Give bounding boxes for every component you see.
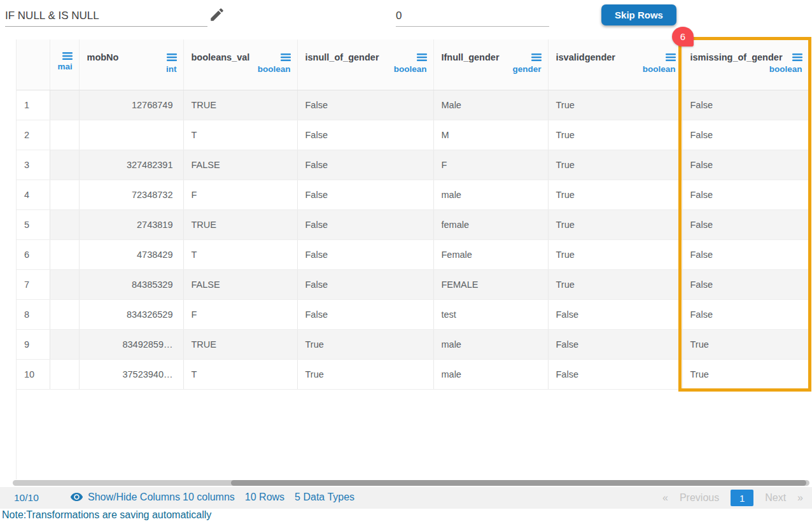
- table-cell: False: [682, 209, 809, 239]
- table-row: 472348732FFalsemaleTrueFalse: [17, 180, 809, 209]
- count-badge: 6: [672, 27, 694, 46]
- table-cell: False: [297, 299, 433, 329]
- table-cell: FALSE: [183, 150, 297, 180]
- show-hide-columns-label: Show/Hide Columns: [88, 492, 180, 503]
- skip-rows-button[interactable]: Skip Rows: [601, 4, 676, 25]
- table-cell: True: [548, 269, 682, 299]
- column-menu-icon[interactable]: [792, 53, 802, 61]
- table-cell: TRUE: [183, 329, 297, 359]
- column-type-label: boolean: [690, 64, 802, 74]
- row-number-cell: 6: [17, 239, 50, 269]
- column-header-Ifnull_gender[interactable]: Ifnull_gendergender: [433, 39, 548, 90]
- column-menu-icon[interactable]: [281, 53, 291, 61]
- column-name: Ifnull_gender: [442, 52, 500, 62]
- table-stats: 10 columns 10 Rows 5 Data Types: [183, 492, 354, 503]
- column-header-ismissing_of_gender[interactable]: ismissing_of_genderboolean: [682, 39, 809, 90]
- table-cell: FEMALE: [433, 269, 548, 299]
- horizontal-scrollbar-track[interactable]: [13, 480, 809, 486]
- table-cell: F: [183, 180, 297, 209]
- table-cell: [50, 209, 79, 239]
- grid-empty-area: [17, 390, 808, 479]
- column-name: isnull_of_gender: [305, 52, 379, 62]
- pagination-current-page[interactable]: 1: [731, 490, 753, 506]
- data-grid: mailmobNointbooleans_valbooleanisnull_of…: [16, 39, 808, 479]
- row-number-cell: 9: [17, 329, 50, 359]
- data-types-count-label: 5 Data Types: [295, 492, 354, 503]
- row-number-cell: 10: [17, 359, 50, 389]
- column-menu-icon[interactable]: [531, 53, 542, 61]
- table-cell: False: [682, 150, 809, 180]
- table-cell: [50, 239, 79, 269]
- table-cell: True: [297, 329, 433, 359]
- table-cell: F: [183, 299, 297, 329]
- table-cell: [50, 120, 79, 150]
- column-menu-icon[interactable]: [62, 52, 73, 60]
- table-row: 112768749TRUEFalseMaleTrueFalse: [17, 90, 809, 120]
- row-number-cell: 3: [17, 150, 50, 180]
- row-number-cell: 2: [17, 120, 50, 150]
- horizontal-scrollbar-thumb[interactable]: [231, 480, 806, 486]
- pagination-previous-button[interactable]: Previous: [680, 492, 719, 504]
- table-row: 8834326529FFalsetestFalseFalse: [17, 299, 809, 329]
- column-header-booleans_val[interactable]: booleans_valboolean: [183, 39, 297, 90]
- column-type-label: gender: [442, 64, 542, 74]
- table-cell: False: [548, 359, 682, 389]
- table-cell: False: [297, 180, 433, 209]
- column-name: mobNo: [87, 52, 119, 62]
- table-cell: 37523940…: [79, 359, 183, 389]
- table-cell: False: [297, 209, 433, 239]
- table-cell: False: [682, 180, 809, 209]
- table-cell: False: [682, 239, 809, 269]
- transformation-name-input[interactable]: [5, 5, 207, 27]
- row-number-cell: 5: [17, 209, 50, 239]
- row-number-cell: 8: [17, 299, 50, 329]
- pagination-first-icon[interactable]: «: [662, 492, 668, 504]
- table-cell: [50, 180, 79, 209]
- table-cell: False: [682, 90, 809, 120]
- table-cell: [50, 359, 79, 389]
- table-cell: False: [297, 269, 433, 299]
- column-header-isvalidgender[interactable]: isvalidgenderboolean: [548, 39, 682, 90]
- table-cell: False: [548, 329, 682, 359]
- column-type-label: boolean: [192, 64, 291, 74]
- table-cell: True: [548, 90, 682, 120]
- autosave-note: Note:Transformations are saving automati…: [2, 509, 211, 521]
- columns-count-label: 10 columns: [183, 492, 235, 503]
- pagination-last-icon[interactable]: »: [797, 492, 803, 504]
- table-cell: 83492859…: [79, 329, 183, 359]
- edit-pencil-icon[interactable]: [209, 6, 225, 23]
- table-cell: 72348732: [79, 180, 183, 209]
- table-cell: test: [433, 299, 548, 329]
- table-cell: TRUE: [183, 90, 297, 120]
- column-type-label: mail: [58, 62, 73, 71]
- table-cell: 12768749: [79, 90, 183, 120]
- show-hide-columns-button[interactable]: Show/Hide Columns: [70, 490, 180, 504]
- footer-bar: 10/10 Show/Hide Columns 10 columns 10 Ro…: [0, 487, 812, 509]
- table-cell: 4738429: [79, 239, 183, 269]
- table-cell: FALSE: [183, 269, 297, 299]
- row-number-cell: 1: [17, 90, 50, 120]
- eye-icon: [70, 490, 83, 504]
- table-row: 983492859…TRUETruemaleFalseTrue: [17, 329, 809, 359]
- table-cell: male: [433, 180, 548, 209]
- table-cell: True: [682, 359, 809, 389]
- table-cell: True: [548, 120, 682, 150]
- table-cell: True: [548, 150, 682, 180]
- row-number-cell: 4: [17, 180, 50, 209]
- column-header-mail[interactable]: mail: [50, 39, 79, 90]
- column-menu-icon[interactable]: [167, 53, 177, 61]
- column-menu-icon[interactable]: [666, 53, 676, 61]
- skip-rows-input[interactable]: [396, 5, 549, 27]
- column-header-isnull_of_gender[interactable]: isnull_of_genderboolean: [297, 39, 433, 90]
- table-cell: False: [297, 90, 433, 120]
- table-cell: False: [682, 299, 809, 329]
- table-cell: True: [548, 209, 682, 239]
- table-row: 52743819TRUEFalsefemaleTrueFalse: [17, 209, 809, 239]
- column-menu-icon[interactable]: [417, 53, 427, 61]
- visible-columns-count: 10/10: [14, 492, 39, 504]
- column-name: booleans_val: [192, 52, 250, 62]
- row-number-header: [17, 39, 50, 90]
- column-name: ismissing_of_gender: [690, 52, 783, 62]
- pagination-next-button[interactable]: Next: [765, 492, 786, 504]
- column-header-mobNo[interactable]: mobNoint: [79, 39, 183, 90]
